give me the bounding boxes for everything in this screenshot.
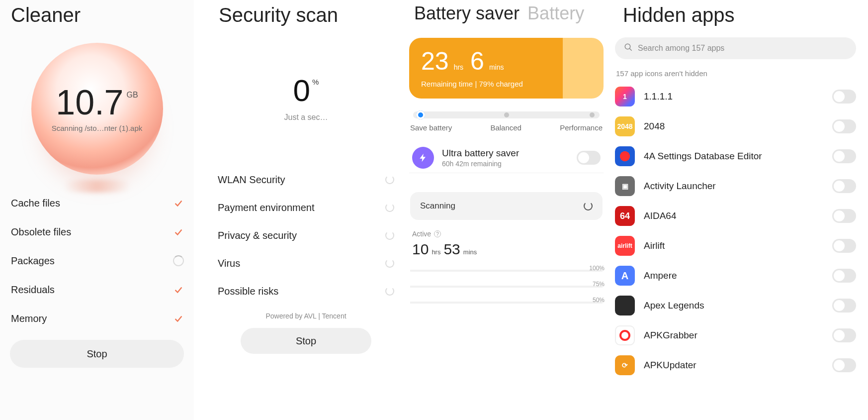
security-stop-button[interactable]: Stop [241,328,371,354]
pct-label: 100% [589,265,605,272]
search-input[interactable]: Search among 157 apps [615,37,856,59]
mode-dot-balanced[interactable] [504,112,509,117]
mode-label-save: Save battery [410,123,452,132]
battery-remaining-time: 23 hrs 6 mins [421,49,592,74]
pct-gridline: 50% [410,302,603,304]
app-toggle[interactable] [832,209,856,223]
security-row[interactable]: WLAN Security [218,166,394,194]
app-toggle[interactable] [832,179,856,193]
search-placeholder: Search among 157 apps [638,44,724,53]
security-row[interactable]: Privacy & security [218,221,394,249]
battery-hours-unit: hrs [454,63,463,71]
cleaner-row[interactable]: Memory [11,304,184,333]
security-row-label: Privacy & security [218,230,297,241]
ubs-toggle[interactable] [577,151,601,165]
app-name: 4A Settings Database Editor [644,151,823,162]
battery-mode-slider[interactable] [413,111,600,118]
security-row[interactable]: Payment environment [218,194,394,221]
spinner-icon [385,259,394,268]
spinner-icon [385,203,394,212]
app-row[interactable]: 11.1.1.1 [615,82,856,111]
check-icon [173,198,184,209]
battery-mode-labels: Save battery Balanced Performance [410,123,603,132]
cleaner-row-label: Cache files [11,198,60,209]
app-toggle[interactable] [832,299,856,313]
cleaner-title: Cleaner [0,0,194,31]
cleaner-stop-button[interactable]: Stop [10,340,184,368]
app-row[interactable]: ▣Activity Launcher [615,171,856,201]
security-row[interactable]: Virus [218,249,394,277]
battery-panel: Battery saver Battery 23 hrs 6 mins Rema… [408,0,605,420]
security-row[interactable]: Possible risks [218,277,394,305]
app-name: 2048 [644,121,823,132]
active-hours-unit: hrs [432,248,440,256]
cleaner-row-label: Memory [11,313,47,324]
security-percent-unit: % [312,78,319,86]
cleaner-row[interactable]: Residuals [11,275,184,304]
cleaner-scan-path: Scanning /sto…nter (1).apk [52,124,143,132]
app-row[interactable]: 4A Settings Database Editor [615,141,856,171]
spinner-icon [385,231,394,240]
pct-gridline: 100% [410,270,603,272]
app-toggle[interactable] [832,149,856,163]
hidden-apps-note: 157 app icons aren't hidden [616,69,856,78]
app-toggle[interactable] [832,239,856,253]
mode-label-performance: Performance [560,123,603,132]
security-powered-by: Powered by AVL | Tencent [208,312,404,320]
app-toggle[interactable] [832,90,856,104]
cleaner-row[interactable]: Cache files [11,189,184,217]
app-icon: 64 [615,206,635,226]
tab-battery-saver[interactable]: Battery saver [414,3,520,24]
cleaner-panel: Cleaner 10.7 GB Scanning /sto…nter (1).a… [0,0,194,420]
pct-label: 75% [593,281,605,288]
app-row[interactable]: 20482048 [615,111,856,141]
search-icon [624,43,633,54]
cleaner-row[interactable]: Packages [11,246,184,275]
battery-mins: 6 [470,49,484,74]
cleaner-orb: 10.7 GB Scanning /sto…nter (1).apk [31,43,163,175]
svg-line-1 [629,48,632,51]
tab-battery[interactable]: Battery [527,3,584,24]
mode-label-balanced: Balanced [490,123,521,132]
app-toggle[interactable] [832,358,856,372]
active-mins: 53 [443,241,460,258]
app-name: AIDA64 [644,210,823,222]
security-percent: 0 [293,75,310,106]
app-icon: A [615,266,635,286]
mode-dot-performance[interactable] [590,112,595,117]
security-panel: Security scan 0 % Just a sec… WLAN Secur… [208,0,404,420]
spinner-icon [385,175,394,184]
app-toggle[interactable] [832,328,856,342]
hidden-apps-title: Hidden apps [612,0,863,31]
cleaner-row[interactable]: Obsolete files [11,217,184,246]
app-icon [615,146,635,166]
app-row[interactable]: AAmpere [615,261,856,291]
help-icon[interactable]: ? [434,230,441,237]
spinner-icon [584,202,593,210]
app-toggle[interactable] [832,119,856,133]
security-row-label: WLAN Security [218,174,285,186]
app-row[interactable]: 64AIDA64 [615,201,856,231]
app-row[interactable]: ⟳APKUpdater [615,350,856,380]
battery-scan-row[interactable]: Scanning [410,192,603,220]
app-name: APKGrabber [644,330,823,341]
active-hours: 10 [412,241,429,258]
ultra-battery-saver-row[interactable]: Ultra battery saver 60h 42m remaining [409,143,604,173]
security-row-label: Virus [218,258,240,269]
app-icon: ⟳ [615,355,635,375]
pct-label: 50% [593,297,605,304]
app-toggle[interactable] [832,269,856,283]
check-icon [173,313,184,324]
spinner-icon [385,287,394,296]
app-row[interactable]: APKGrabber [615,320,856,350]
battery-hours: 23 [421,49,449,74]
security-row-label: Possible risks [218,286,278,297]
app-row[interactable]: airliftAirlift [615,231,856,261]
app-row[interactable]: Apex Legends [615,291,856,320]
mode-dot-save[interactable] [416,110,425,119]
app-name: Apex Legends [644,300,823,312]
security-list: WLAN SecurityPayment environmentPrivacy … [208,166,404,305]
battery-scan-label: Scanning [420,201,455,211]
app-icon: airlift [615,236,635,256]
battery-subtitle: Remaining time | 79% charged [421,80,592,88]
